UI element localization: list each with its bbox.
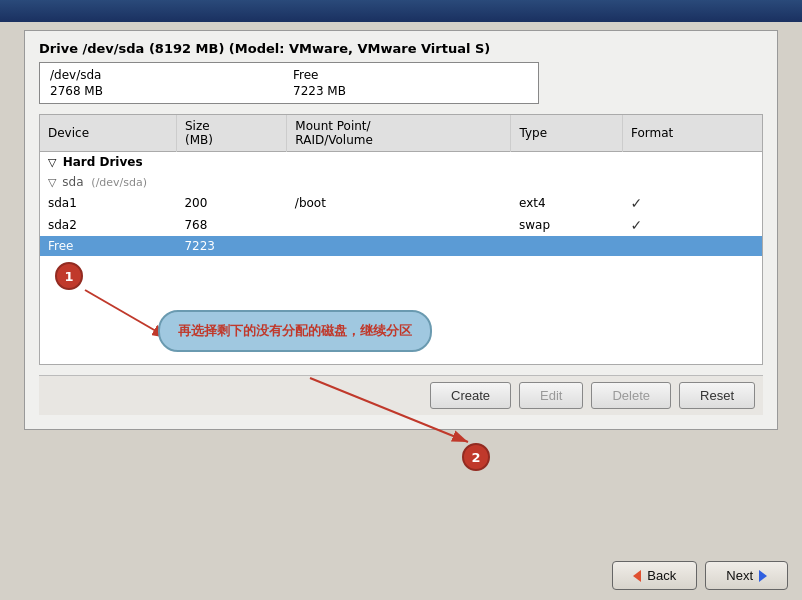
create-button[interactable]: Create — [430, 382, 511, 409]
cell-type-free — [511, 236, 623, 256]
empty-row — [40, 256, 762, 274]
cell-device: sda1 — [40, 192, 176, 214]
back-arrow-icon — [633, 570, 641, 582]
back-button[interactable]: Back — [612, 561, 697, 590]
action-buttons-bar: Create Edit Delete Reset — [39, 375, 763, 415]
next-arrow-icon — [759, 570, 767, 582]
drive-col-device: /dev/sda — [46, 67, 289, 83]
cell-mount-free — [287, 236, 511, 256]
partition-table: Device Size(MB) Mount Point/RAID/Volume … — [40, 115, 762, 364]
col-format: Format — [623, 115, 762, 152]
back-label: Back — [647, 568, 676, 583]
empty-row — [40, 292, 762, 310]
col-size: Size(MB) — [176, 115, 286, 152]
cell-size-free: 7223 — [176, 236, 286, 256]
col-type: Type — [511, 115, 623, 152]
partition-table-container: Device Size(MB) Mount Point/RAID/Volume … — [39, 114, 763, 365]
drive-box: /dev/sda Free 2768 MB 7223 MB — [39, 62, 539, 104]
cell-format-free — [623, 236, 762, 256]
free-row[interactable]: Free 7223 — [40, 236, 762, 256]
col-device: Device — [40, 115, 176, 152]
bottom-nav: Back Next — [612, 561, 788, 590]
delete-button[interactable]: Delete — [591, 382, 671, 409]
group-hard-drives: ▽ Hard Drives — [40, 152, 762, 173]
edit-button[interactable]: Edit — [519, 382, 583, 409]
empty-row — [40, 310, 762, 328]
cell-size: 768 — [176, 214, 286, 236]
reset-button[interactable]: Reset — [679, 382, 755, 409]
chevron-icon: ▽ — [48, 156, 56, 169]
sda-chevron-icon: ▽ — [48, 176, 56, 189]
group-label: Hard Drives — [63, 155, 143, 169]
empty-row — [40, 328, 762, 346]
table-row[interactable]: sda1 200 /boot ext4 ✓ — [40, 192, 762, 214]
drive-col-free-label: Free — [289, 67, 532, 83]
drive-size-free: 7223 MB — [289, 83, 532, 99]
cell-size: 200 — [176, 192, 286, 214]
cell-type: swap — [511, 214, 623, 236]
cell-device: sda2 — [40, 214, 176, 236]
cell-format: ✓ — [623, 192, 762, 214]
empty-row — [40, 346, 762, 364]
cell-mount: /boot — [287, 192, 511, 214]
sda-label: sda — [62, 175, 83, 189]
sda-path: (/dev/sda) — [91, 176, 147, 189]
col-mount: Mount Point/RAID/Volume — [287, 115, 511, 152]
drive-info-title: Drive /dev/sda (8192 MB) (Model: VMware,… — [39, 41, 763, 56]
cell-format: ✓ — [623, 214, 762, 236]
sda-row[interactable]: ▽ sda (/dev/sda) — [40, 172, 762, 192]
cell-device-free: Free — [40, 236, 176, 256]
drive-info-section: Drive /dev/sda (8192 MB) (Model: VMware,… — [24, 30, 778, 430]
cell-mount — [287, 214, 511, 236]
table-row[interactable]: sda2 768 swap ✓ — [40, 214, 762, 236]
next-label: Next — [726, 568, 753, 583]
drive-size-used: 2768 MB — [46, 83, 289, 99]
annotation-badge-2: 2 — [462, 443, 490, 471]
top-bar — [0, 0, 802, 22]
empty-row — [40, 274, 762, 292]
next-button[interactable]: Next — [705, 561, 788, 590]
cell-type: ext4 — [511, 192, 623, 214]
